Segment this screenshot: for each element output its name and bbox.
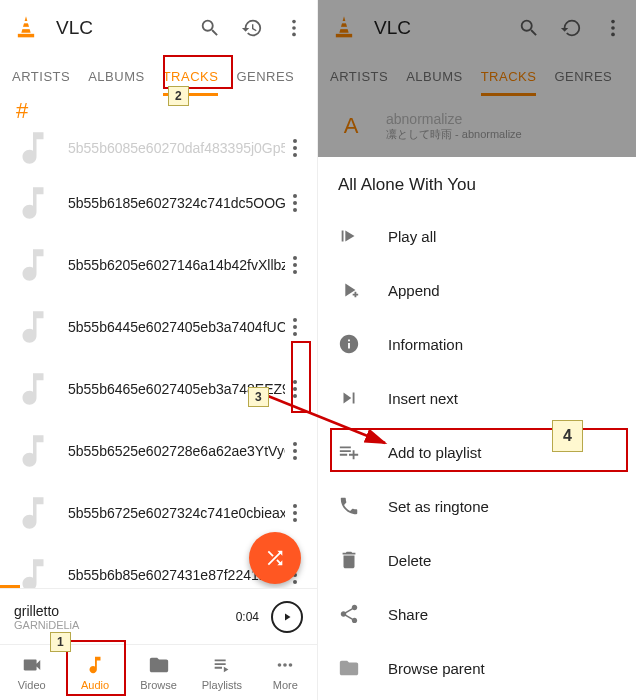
svg-rect-0 — [18, 34, 34, 38]
playlist-icon — [211, 654, 233, 676]
nav-video[interactable]: Video — [0, 645, 63, 700]
track-title: 5b55b6205e6027146a14b42fvXllbzP1.mp3 — [68, 256, 285, 274]
play-all-icon — [338, 225, 360, 247]
left-phone-screen: VLC ARTISTS ALBUMS TRACKS GENRES # 5b55b… — [0, 0, 318, 700]
mini-player[interactable]: grilletto GARNiDELiA 0:04 — [0, 588, 317, 644]
tab-artists[interactable]: ARTISTS — [12, 69, 70, 84]
svg-point-8 — [289, 663, 293, 667]
menu-browse-parent[interactable]: Browse parent — [318, 641, 636, 695]
section-hash: # — [0, 96, 317, 124]
tab-genres[interactable]: GENRES — [236, 69, 294, 84]
track-title: 5b55b6445e6027405eb3a7404fUCgaVN.mp3 — [68, 318, 285, 336]
folder-icon — [148, 654, 170, 676]
menu-play-all[interactable]: Play all — [318, 209, 636, 263]
tabs: ARTISTS ALBUMS TRACKS GENRES — [0, 56, 317, 96]
app-header: VLC — [0, 0, 317, 56]
play-icon — [281, 611, 293, 623]
svg-point-3 — [292, 20, 296, 24]
svg-point-4 — [292, 26, 296, 30]
track-title: 5b55b6085e60270daf483395j0Gp5pXj.mp3 — [68, 139, 285, 157]
mini-artist: GARNiDELiA — [14, 619, 236, 631]
track-title: 5b55b6185e6027324c741dc5OOGmN4vZ.mp3 — [68, 194, 285, 212]
sheet-title: All Alone With You — [318, 175, 636, 209]
menu-set-ringtone[interactable]: Set as ringtone — [318, 479, 636, 533]
shuffle-fab[interactable] — [249, 532, 301, 584]
svg-rect-1 — [23, 21, 29, 23]
track-row[interactable]: 5b55b6085e60270daf483395j0Gp5pXj.mp3 — [0, 124, 317, 172]
menu-information[interactable]: Information — [318, 317, 636, 371]
music-note-icon — [12, 127, 54, 169]
menu-label: Play all — [388, 228, 436, 245]
track-more-icon[interactable] — [285, 133, 305, 163]
nav-browse[interactable]: Browse — [127, 645, 190, 700]
music-note-icon — [12, 430, 54, 472]
music-note-icon — [12, 492, 54, 534]
tab-albums[interactable]: ALBUMS — [88, 69, 144, 84]
arrow-3-to-4 — [260, 388, 400, 452]
play-button[interactable] — [271, 601, 303, 633]
music-note-icon — [12, 368, 54, 410]
menu-label: Browse parent — [388, 660, 485, 677]
track-more-icon[interactable] — [285, 250, 305, 280]
menu-label: Append — [388, 282, 440, 299]
track-row[interactable]: 5b55b6445e6027405eb3a7404fUCgaVN.mp3 — [0, 296, 317, 358]
nav-label: Playlists — [202, 679, 242, 691]
nav-playlists[interactable]: Playlists — [190, 645, 253, 700]
mini-title: grilletto — [14, 603, 236, 619]
track-more-icon[interactable] — [285, 312, 305, 342]
nav-label: Browse — [140, 679, 177, 691]
delete-icon — [338, 549, 360, 571]
music-note-icon — [12, 182, 54, 224]
track-title: 5b55b6725e6027324c741e0cbieaxuXE.mp3 — [68, 504, 285, 522]
svg-rect-2 — [22, 27, 30, 29]
callout-4: 4 — [552, 420, 583, 452]
menu-label: Delete — [388, 552, 431, 569]
shuffle-icon — [264, 547, 286, 569]
video-icon — [21, 654, 43, 676]
info-icon — [338, 333, 360, 355]
more-horiz-icon — [274, 654, 296, 676]
search-icon[interactable] — [199, 17, 221, 39]
svg-point-6 — [278, 663, 282, 667]
track-more-icon[interactable] — [285, 188, 305, 218]
menu-label: Share — [388, 606, 428, 623]
menu-label: Set as ringtone — [388, 498, 489, 515]
highlight-box-tracks — [163, 55, 233, 89]
nav-label: Video — [18, 679, 46, 691]
phone-icon — [338, 495, 360, 517]
svg-point-7 — [283, 663, 287, 667]
track-title: 5b55b6525e602728e6a62ae3YtVyQGoi.mp3 — [68, 442, 285, 460]
highlight-box-audio — [66, 640, 126, 696]
music-note-icon — [12, 244, 54, 286]
menu-delete[interactable]: Delete — [318, 533, 636, 587]
app-title: VLC — [56, 17, 199, 39]
track-more-icon[interactable] — [285, 498, 305, 528]
menu-append[interactable]: Append — [318, 263, 636, 317]
svg-line-15 — [268, 396, 385, 443]
mini-time: 0:04 — [236, 610, 259, 624]
svg-point-5 — [292, 33, 296, 37]
bottom-nav: Video Audio Browse Playlists More — [0, 644, 317, 700]
callout-2: 2 — [168, 86, 189, 106]
callout-1: 1 — [50, 632, 71, 652]
menu-share[interactable]: Share — [318, 587, 636, 641]
share-icon — [338, 603, 360, 625]
nav-more[interactable]: More — [254, 645, 317, 700]
track-row[interactable]: 5b55b6185e6027324c741dc5OOGmN4vZ.mp3 — [0, 172, 317, 234]
nav-label: More — [273, 679, 298, 691]
folder-icon — [338, 657, 360, 679]
append-icon — [338, 279, 360, 301]
history-icon[interactable] — [241, 17, 263, 39]
callout-3: 3 — [248, 387, 269, 407]
track-row[interactable]: 5b55b6205e6027146a14b42fvXllbzP1.mp3 — [0, 234, 317, 296]
dim-overlay — [318, 0, 636, 157]
more-vert-icon[interactable] — [283, 17, 305, 39]
menu-label: Information — [388, 336, 463, 353]
vlc-cone-icon — [12, 14, 40, 42]
right-phone-screen: VLC ARTISTS ALBUMS TRACKS GENRES A abnor… — [318, 0, 636, 700]
music-note-icon — [12, 306, 54, 348]
